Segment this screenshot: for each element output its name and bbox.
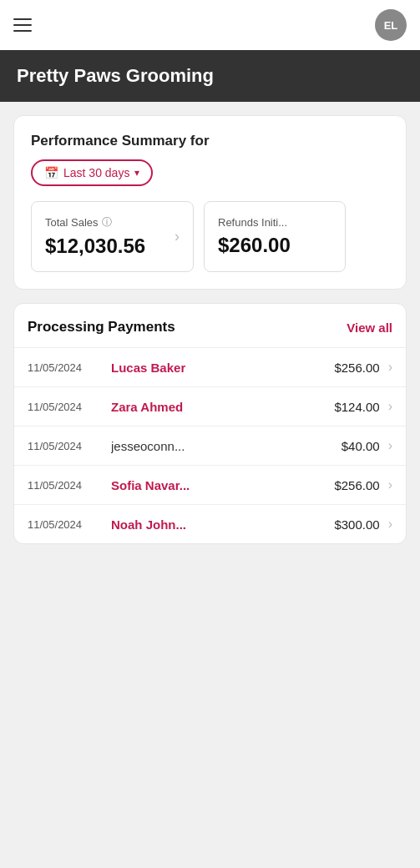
avatar[interactable]: EL — [375, 9, 407, 41]
payment-chevron-icon: › — [388, 360, 392, 375]
payment-item[interactable]: 11/05/2024 jesseoconn... $40.00 › — [14, 426, 406, 466]
refunds-label: Refunds Initi... — [218, 216, 291, 229]
total-sales-value: $12,030.56 — [45, 235, 145, 258]
payment-amount: $300.00 — [317, 517, 380, 532]
total-sales-metric[interactable]: Total Sales ⓘ $12,030.56 › — [31, 201, 194, 272]
payment-chevron-icon: › — [388, 517, 392, 532]
performance-title: Performance Summary for — [31, 133, 389, 149]
payment-amount: $256.00 — [317, 361, 380, 375]
refunds-metric[interactable]: Refunds Initi... $260.00 — [204, 201, 346, 272]
total-sales-label: Total Sales ⓘ — [45, 215, 145, 230]
payment-chevron-icon: › — [388, 477, 392, 492]
payment-date: 11/05/2024 — [28, 518, 103, 531]
payment-chevron-icon: › — [388, 399, 392, 414]
header-bar: Pretty Paws Grooming — [0, 50, 420, 102]
view-all-button[interactable]: View all — [347, 320, 392, 335]
top-nav: EL — [0, 0, 420, 50]
payment-list: 11/05/2024 Lucas Baker $256.00 › 11/05/2… — [14, 347, 406, 543]
total-sales-chevron: › — [175, 228, 180, 245]
performance-summary-card: Performance Summary for 📅 Last 30 days ▾… — [13, 115, 407, 290]
payment-customer-name: Zara Ahmed — [111, 400, 309, 414]
hamburger-menu-button[interactable] — [13, 18, 32, 32]
payment-item[interactable]: 11/05/2024 Noah John... $300.00 › — [14, 505, 406, 543]
payment-customer-name: Sofia Navar... — [111, 478, 309, 492]
payments-header: Processing Payments View all — [14, 304, 406, 347]
calendar-icon: 📅 — [44, 166, 58, 179]
payment-chevron-icon: › — [388, 438, 392, 453]
payments-section-title: Processing Payments — [28, 319, 175, 336]
payment-date: 11/05/2024 — [28, 440, 103, 452]
info-icon: ⓘ — [102, 215, 112, 230]
payment-date: 11/05/2024 — [28, 479, 103, 492]
payment-amount: $124.00 — [317, 400, 380, 414]
payment-customer-name: Lucas Baker — [111, 361, 309, 375]
payment-customer-name: jesseoconn... — [111, 439, 309, 453]
date-filter-label: Last 30 days — [63, 166, 129, 179]
payment-customer-name: Noah John... — [111, 517, 309, 532]
page-title: Pretty Paws Grooming — [17, 65, 403, 87]
main-content: Performance Summary for 📅 Last 30 days ▾… — [0, 102, 420, 558]
payment-item[interactable]: 11/05/2024 Lucas Baker $256.00 › — [14, 348, 406, 387]
payment-item[interactable]: 11/05/2024 Zara Ahmed $124.00 › — [14, 387, 406, 426]
chevron-down-icon: ▾ — [134, 167, 139, 179]
payment-amount: $256.00 — [317, 478, 380, 492]
metrics-row: Total Sales ⓘ $12,030.56 › Refunds Initi… — [31, 201, 389, 272]
refunds-value: $260.00 — [218, 234, 291, 257]
payment-date: 11/05/2024 — [28, 401, 103, 413]
payment-date: 11/05/2024 — [28, 361, 103, 374]
processing-payments-card: Processing Payments View all 11/05/2024 … — [13, 303, 407, 544]
payment-amount: $40.00 — [317, 439, 380, 453]
date-filter-button[interactable]: 📅 Last 30 days ▾ — [31, 159, 153, 186]
payment-item[interactable]: 11/05/2024 Sofia Navar... $256.00 › — [14, 466, 406, 505]
